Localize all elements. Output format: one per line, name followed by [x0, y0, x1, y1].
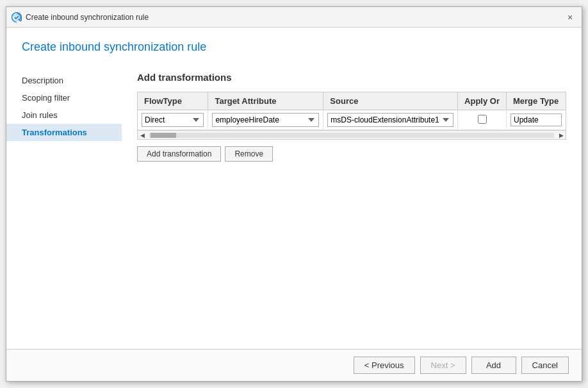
table-scroll-wrapper: FlowType Target Attribute Source Apply O…	[138, 92, 566, 130]
add-transformation-button[interactable]: Add transformation	[137, 146, 221, 162]
col-target-attribute: Target Attribute	[208, 92, 323, 110]
apply-once-checkbox[interactable]	[478, 115, 487, 124]
flowtype-select[interactable]: Direct Expression Constant	[142, 113, 204, 127]
sidebar-item-join-rules[interactable]: Join rules	[6, 106, 122, 124]
window-content: Description Scoping filter Join rules Tr…	[6, 62, 582, 349]
sidebar-item-scoping-filter[interactable]: Scoping filter	[6, 89, 122, 106]
source-select[interactable]: msDS-cloudExtensionAttribute1	[327, 113, 453, 127]
remove-button[interactable]: Remove	[225, 146, 273, 162]
merge-type-cell	[506, 110, 566, 130]
horizontal-scrollbar: ◀ ▶	[138, 130, 566, 139]
sidebar-item-transformations[interactable]: Transformations	[6, 124, 122, 141]
main-panel: Add transformations FlowType Target Attr…	[122, 62, 582, 349]
col-flowtype: FlowType	[138, 92, 208, 110]
cancel-button[interactable]: Cancel	[521, 357, 569, 374]
sidebar: Description Scoping filter Join rules Tr…	[6, 62, 122, 349]
target-attribute-select[interactable]: employeeHireDate	[212, 113, 319, 127]
next-button[interactable]: Next >	[420, 357, 466, 374]
add-button[interactable]: Add	[471, 357, 516, 374]
main-window: Create inbound synchronization rule × Cr…	[6, 6, 582, 382]
sidebar-item-description[interactable]: Description	[6, 72, 122, 89]
col-merge-type: Merge Type	[506, 92, 566, 110]
page-title: Create inbound synchronization rule	[22, 40, 566, 54]
scrollbar-thumb[interactable]	[151, 133, 176, 138]
scroll-right-arrow[interactable]: ▶	[557, 131, 566, 140]
apply-once-cell	[458, 110, 507, 130]
scroll-left-arrow[interactable]: ◀	[138, 131, 147, 140]
previous-button[interactable]: < Previous	[354, 357, 415, 374]
title-bar: Create inbound synchronization rule ×	[6, 7, 582, 28]
source-cell: msDS-cloudExtensionAttribute1	[323, 110, 458, 130]
table-row: Direct Expression Constant employeeHireD…	[138, 110, 566, 130]
col-apply-once: Apply Or	[458, 92, 507, 110]
transformation-buttons: Add transformation Remove	[137, 146, 566, 162]
table-header-row: FlowType Target Attribute Source Apply O…	[138, 92, 566, 110]
window-body: Create inbound synchronization rule Desc…	[6, 28, 582, 349]
col-source: Source	[323, 92, 458, 110]
section-title: Add transformations	[137, 72, 566, 83]
scrollbar-track	[149, 133, 554, 138]
transformations-table: FlowType Target Attribute Source Apply O…	[137, 92, 566, 140]
target-attribute-cell: employeeHireDate	[208, 110, 323, 130]
flowtype-cell: Direct Expression Constant	[138, 110, 208, 130]
title-bar-text: Create inbound synchronization rule	[26, 13, 564, 22]
merge-type-input[interactable]	[510, 114, 562, 126]
sync-icon	[12, 12, 22, 22]
close-button[interactable]: ×	[564, 11, 576, 24]
table: FlowType Target Attribute Source Apply O…	[138, 92, 566, 130]
footer: < Previous Next > Add Cancel	[6, 349, 582, 381]
window-header: Create inbound synchronization rule	[6, 28, 582, 62]
